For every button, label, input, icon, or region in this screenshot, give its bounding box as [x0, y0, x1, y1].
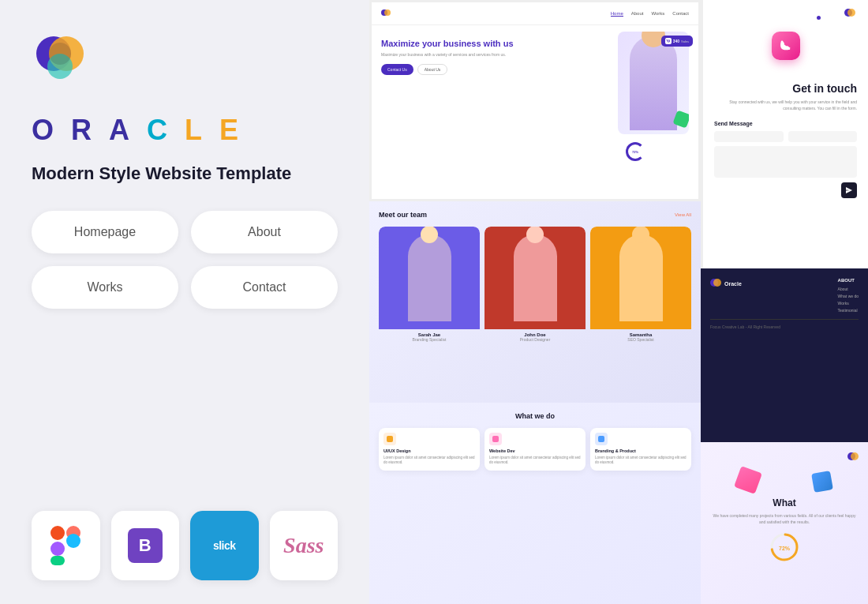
- screenshot-contact: Get in touch Stay connected with us, we …: [701, 0, 868, 268]
- person-body: [630, 36, 677, 130]
- left-panel: O R A C L E Modern Style Website Templat…: [0, 0, 369, 604]
- svg-rect-4: [51, 526, 65, 540]
- hero-text-area: Maximize your business with us Maximize …: [381, 32, 612, 177]
- uiux-desc: Lorem ipsum dolor sit amet consectetur a…: [383, 456, 475, 466]
- what-top: [710, 452, 859, 463]
- team-cards: Sarah Jae Branding Specialist Jo: [379, 227, 691, 345]
- nav-btn-works[interactable]: Works: [32, 266, 178, 309]
- samantha-info: Samantha SEO Specialist: [590, 329, 691, 345]
- john-info: John Doe Product Designer: [485, 329, 586, 345]
- footer-logo-text: Oracle: [724, 281, 742, 287]
- nav-btn-contact[interactable]: Contact: [191, 266, 338, 309]
- sass-text: Sass: [283, 533, 324, 558]
- john-role: Product Designer: [486, 337, 584, 342]
- svg-text:72%: 72%: [779, 546, 791, 551]
- pink-phone-badge: [772, 32, 800, 60]
- service-card-webdev: Website Dev Lorem ipsum dolor sit amet c…: [485, 428, 586, 471]
- sarah-head: [421, 227, 438, 243]
- footer-item-whatwedo[interactable]: What we do: [838, 294, 859, 298]
- contact-email-input[interactable]: [788, 131, 858, 142]
- letter-spacer3: [134, 114, 147, 147]
- screenshot-hero: Home About Works Contact Maximize your b…: [369, 0, 701, 201]
- view-all-link[interactable]: View All: [675, 212, 691, 217]
- letter-l: L: [185, 114, 207, 147]
- mini-nav-home: Home: [611, 11, 623, 17]
- mini-logo-right: [844, 8, 855, 19]
- mini-logo-icon: [381, 9, 391, 18]
- footer-logo-icon: [710, 278, 721, 289]
- hero-contact-btn[interactable]: Contact Us: [381, 64, 413, 75]
- team-header: Meet our team View All: [379, 211, 691, 219]
- hero-person-image: [618, 32, 689, 134]
- letter-c: C: [147, 114, 172, 147]
- footer-item-testimonial[interactable]: Testimonial: [838, 308, 859, 313]
- stat-number: 340: [673, 39, 679, 43]
- footer-menu-title: ABOUT: [838, 278, 859, 283]
- phone-icon: [779, 39, 793, 53]
- mini-nav-about: About: [631, 11, 644, 17]
- stat-label: Sales: [681, 39, 689, 43]
- service-card-uiux: UI/UX Design Lorem ipsum dolor sit amet …: [379, 428, 480, 471]
- logo-area: [32, 32, 338, 92]
- hero-about-btn[interactable]: About Us: [417, 64, 448, 75]
- slick-text: slick: [213, 539, 236, 552]
- progress-circle-svg: 72%: [769, 531, 800, 563]
- hero-image-area: 340 Sales 72%: [618, 32, 689, 177]
- sass-icon-box[interactable]: Sass: [270, 511, 339, 580]
- person-sarah: [379, 227, 480, 329]
- contact-name-input[interactable]: [714, 131, 784, 142]
- hero-content: Maximize your business with us Maximize …: [372, 25, 698, 183]
- figma-icon-box[interactable]: [32, 511, 100, 580]
- uiux-icon: [383, 433, 396, 445]
- letter-e: E: [219, 114, 243, 147]
- nav-buttons: Homepage About Works Contact: [32, 211, 338, 309]
- samantha-head: [632, 227, 649, 243]
- send-message-label: Send Message: [714, 121, 857, 126]
- pink-cube-shape: [734, 466, 762, 494]
- hero-desc: Maximize your business with a variety of…: [381, 52, 612, 58]
- nav-btn-about[interactable]: About: [191, 211, 338, 253]
- letter-r: R: [71, 114, 96, 147]
- screenshot-what: What We have completed many projects fro…: [701, 442, 868, 604]
- progress-circle: 72%: [626, 142, 645, 161]
- contact-message-textarea[interactable]: [714, 146, 857, 178]
- bootstrap-icon: B: [128, 528, 163, 563]
- mini-nav: Home About Works Contact: [372, 2, 698, 25]
- letter-o: O: [32, 114, 58, 147]
- john-body: [514, 234, 557, 321]
- contact-header-area: [844, 8, 855, 19]
- samantha-body: [619, 234, 663, 321]
- webdev-name: Website Dev: [489, 448, 581, 453]
- slick-icon-box[interactable]: slick: [190, 511, 259, 580]
- mini-nav-links: Home About Works Contact: [611, 11, 689, 17]
- subtitle: Modern Style Website Template: [32, 163, 338, 186]
- team-card-sarah: Sarah Jae Branding Specialist: [379, 227, 480, 345]
- screenshots-right: Get in touch Stay connected with us, we …: [701, 0, 868, 604]
- contact-submit-area: [714, 182, 857, 198]
- get-in-touch-area: Get in touch Stay connected with us, we …: [714, 82, 857, 111]
- what-desc: We have completed many projects from var…: [710, 513, 859, 525]
- screenshot-services: What we do UI/UX Design Lorem ipsum dolo…: [369, 403, 701, 604]
- branding-icon: [595, 433, 608, 445]
- letter-spacer: [58, 114, 71, 147]
- footer-top: Oracle ABOUT About What we do Works Test…: [710, 278, 859, 313]
- sarah-body: [408, 234, 451, 321]
- what-mini-logo: [847, 452, 859, 463]
- stat-card: 340 Sales: [661, 36, 693, 47]
- john-head: [526, 227, 544, 243]
- contact-submit-btn[interactable]: [841, 182, 857, 198]
- nav-btn-homepage[interactable]: Homepage: [32, 211, 178, 253]
- bootstrap-icon-box[interactable]: B: [111, 511, 180, 580]
- footer-item-about[interactable]: About: [838, 287, 859, 291]
- send-message-form: Send Message: [714, 121, 857, 198]
- screenshots-main: Home About Works Contact Maximize your b…: [369, 0, 701, 604]
- letter-spacer2: [96, 114, 109, 147]
- svg-rect-6: [51, 542, 65, 556]
- letter-spacer4: [172, 114, 185, 147]
- footer-item-works[interactable]: Works: [838, 301, 859, 306]
- get-in-touch-title: Get in touch: [714, 82, 857, 95]
- screenshot-team: Meet our team View All Sarah Jae: [369, 201, 701, 403]
- svg-rect-13: [598, 436, 604, 442]
- branding-name: Branding & Product: [595, 448, 687, 453]
- hero-buttons: Contact Us About Us: [381, 64, 612, 75]
